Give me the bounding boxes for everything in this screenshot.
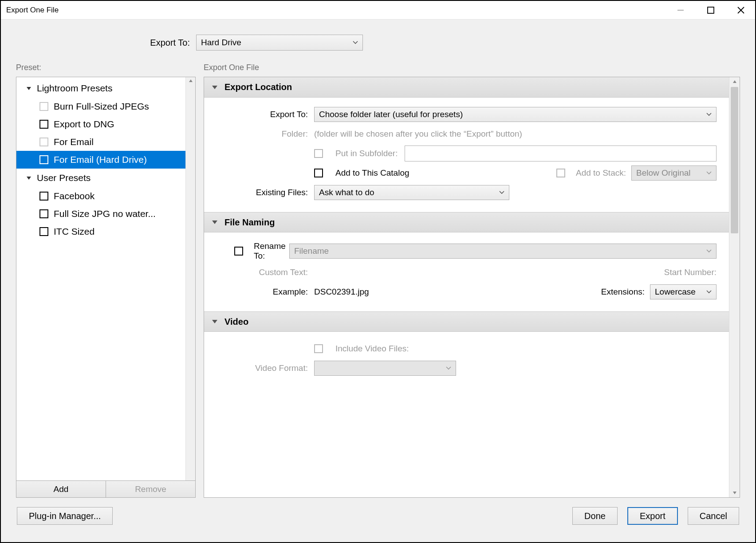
svg-marker-4	[27, 87, 31, 90]
preset-item-fullsize-jpg[interactable]: Full Size JPG no water...	[16, 205, 185, 223]
scrollbar-thumb[interactable]	[731, 87, 738, 233]
plugin-manager-button[interactable]: Plug-in Manager...	[17, 507, 113, 525]
svg-marker-7	[212, 86, 217, 89]
done-button[interactable]: Done	[572, 507, 618, 525]
export-destination-select[interactable]: Choose folder later (useful for presets)	[314, 107, 717, 122]
export-button[interactable]: Export	[627, 507, 678, 525]
chevron-down-icon	[446, 366, 451, 370]
preset-item-for-email-hd[interactable]: For Email (Hard Drive)	[16, 151, 185, 169]
cancel-button[interactable]: Cancel	[688, 507, 739, 525]
button-label: Cancel	[700, 511, 727, 521]
checkbox-icon	[39, 155, 48, 164]
checkbox-icon	[39, 209, 48, 218]
video-body: Include Video Files: Video Format:	[204, 332, 729, 388]
preset-item-export-dng[interactable]: Export to DNG	[16, 115, 185, 133]
preset-list-box: Lightroom Presets Burn Full-Sized JPEGs …	[16, 77, 196, 481]
close-button[interactable]	[732, 1, 750, 19]
include-video-checkbox[interactable]	[314, 344, 323, 353]
existing-files-label: Existing Files:	[217, 188, 314, 197]
checkbox-icon	[39, 102, 48, 111]
settings-scroll-area: Export Location Export To: Choose folder…	[204, 77, 729, 497]
add-to-catalog-checkbox[interactable]	[314, 169, 323, 177]
preset-group-user[interactable]: User Presets	[16, 169, 185, 187]
content-area: Export To: Hard Drive Preset: Lightroom …	[1, 20, 755, 542]
remove-preset-button[interactable]: Remove	[106, 481, 196, 498]
maximize-icon	[707, 6, 715, 14]
section-export-location[interactable]: Export Location	[204, 77, 729, 98]
video-format-select[interactable]	[314, 361, 456, 376]
chevron-down-icon	[706, 171, 712, 175]
export-to-select[interactable]: Hard Drive	[196, 35, 363, 51]
chevron-down-icon	[706, 113, 712, 116]
checkbox-icon	[39, 227, 48, 236]
export-dialog: Export One File Export To: Hard Drive Pr…	[0, 0, 756, 543]
button-label: Done	[584, 511, 606, 521]
scroll-down-icon	[729, 491, 740, 495]
preset-column: Preset: Lightroom Presets Burn Full-Size…	[16, 63, 196, 498]
remove-label: Remove	[135, 484, 166, 494]
select-value: Lowercase	[655, 287, 696, 297]
file-naming-body: Rename To: Filename Cust	[204, 232, 729, 311]
svg-marker-8	[212, 220, 217, 224]
add-to-catalog-label: Add to This Catalog	[335, 168, 410, 178]
rename-to-label: Rename To:	[254, 241, 286, 261]
button-label: Plug-in Manager...	[29, 511, 101, 521]
preset-group-label: Lightroom Presets	[37, 83, 112, 94]
rename-template-select[interactable]: Filename	[289, 244, 717, 259]
start-number-label: Start Number:	[664, 268, 717, 277]
folder-hint: (folder will be chosen after you click t…	[314, 129, 522, 139]
dialog-footer: Plug-in Manager... Done Export Cancel	[1, 502, 755, 542]
add-preset-button[interactable]: Add	[16, 481, 106, 498]
export-to-label: Export To:	[10, 38, 196, 48]
preset-item-itc-sized[interactable]: ITC Sized	[16, 223, 185, 240]
close-icon	[736, 6, 745, 15]
minimize-button[interactable]	[672, 1, 689, 19]
preset-group-label: User Presets	[37, 173, 91, 183]
select-value: Choose folder later (useful for presets)	[319, 110, 463, 119]
scroll-up-icon	[729, 80, 740, 83]
settings-column: Export One File Export Location Export T…	[204, 63, 740, 498]
extensions-select[interactable]: Lowercase	[650, 284, 717, 299]
section-title: File Naming	[224, 217, 275, 228]
subfolder-input[interactable]	[405, 146, 717, 161]
export-to-label: Export To:	[217, 110, 314, 119]
rename-to-checkbox[interactable]	[234, 247, 243, 256]
panel-scrollbar[interactable]	[729, 77, 740, 497]
custom-text-label: Custom Text:	[217, 268, 314, 277]
section-video[interactable]: Video	[204, 311, 729, 332]
preset-item-burn-jpegs[interactable]: Burn Full-Sized JPEGs	[16, 98, 185, 115]
button-label: Export	[640, 511, 665, 521]
svg-marker-10	[733, 80, 736, 83]
preset-item-label: Full Size JPG no water...	[54, 209, 156, 219]
chevron-down-icon	[353, 41, 358, 44]
preset-item-for-email[interactable]: For Email	[16, 133, 185, 151]
export-to-value: Hard Drive	[201, 38, 241, 47]
export-location-body: Export To: Choose folder later (useful f…	[204, 98, 729, 212]
preset-buttons: Add Remove	[16, 481, 196, 498]
preset-item-facebook[interactable]: Facebook	[16, 187, 185, 205]
preset-group-lightroom[interactable]: Lightroom Presets	[16, 79, 185, 98]
settings-heading: Export One File	[204, 63, 740, 72]
put-in-subfolder-checkbox[interactable]	[314, 149, 323, 158]
section-title: Video	[224, 317, 248, 327]
maximize-button[interactable]	[702, 1, 720, 19]
preset-list[interactable]: Lightroom Presets Burn Full-Sized JPEGs …	[16, 77, 185, 480]
minimize-icon	[677, 6, 685, 14]
add-to-stack-checkbox[interactable]	[556, 169, 565, 177]
select-value: Below Original	[636, 168, 691, 178]
existing-files-select[interactable]: Ask what to do	[314, 185, 509, 200]
disclosure-down-icon	[211, 220, 218, 225]
checkbox-icon	[39, 120, 48, 129]
stack-position-select[interactable]: Below Original	[631, 165, 717, 181]
section-file-naming[interactable]: File Naming	[204, 212, 729, 232]
checkbox-icon	[39, 138, 48, 146]
chevron-down-icon	[499, 191, 504, 194]
svg-rect-1	[708, 7, 714, 13]
scroll-up-icon	[186, 79, 195, 83]
window-title: Export One File	[6, 6, 59, 15]
add-to-stack-label: Add to Stack:	[576, 168, 626, 178]
titlebar: Export One File	[1, 1, 755, 20]
preset-scrollbar[interactable]	[185, 77, 195, 480]
add-label: Add	[54, 484, 69, 494]
chevron-down-icon	[706, 249, 712, 253]
